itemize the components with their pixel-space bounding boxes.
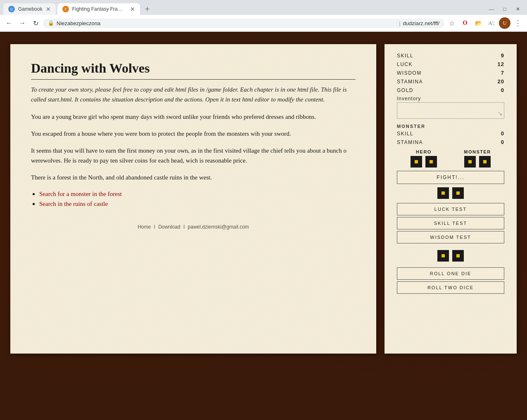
roll-one-die-button[interactable]: ROLL ONE DIE (397, 267, 504, 280)
action-castle[interactable]: Search in the ruins of castle (39, 201, 108, 207)
list-item: Search for a monster in the forest (39, 190, 356, 198)
action-forest[interactable]: Search for a monster in the forest (39, 191, 122, 197)
stat-row-luck: LUCK 12 (397, 61, 504, 67)
hero-die-2 (425, 156, 437, 168)
die-dot (483, 160, 487, 163)
footer-download[interactable]: Download (158, 224, 180, 230)
toolbar-icons: ☆ O 📂 A'; U ⋮ (446, 17, 524, 29)
wisdom-test-button[interactable]: WISDOM TEST (397, 231, 504, 243)
footer-email[interactable]: pawel.dziemski@gmail.com (188, 224, 249, 230)
monster-dice (464, 156, 491, 168)
tab-favicon-ff: F (62, 6, 69, 12)
skill-value: 9 (501, 52, 504, 59)
die-dot (442, 191, 445, 195)
footer-home[interactable]: Home (138, 224, 151, 230)
skill-test-button[interactable]: SKILL TEST (397, 217, 504, 229)
story-paragraph-2: You escaped from a house where you were … (31, 129, 356, 139)
die-dot (415, 160, 418, 163)
tab-fighting-fantasy[interactable]: F Fighting Fantasy Framework dow ✕ (57, 3, 140, 15)
monster-label: MONSTER (464, 149, 491, 154)
menu-button[interactable]: ⋮ (512, 17, 524, 29)
luck-label: LUCK (397, 61, 413, 67)
story-paragraph-1: You are a young brave girl who spent man… (31, 112, 356, 122)
stat-row-monster-skill: SKILL 0 (397, 130, 504, 137)
monster-skill-value: 0 (501, 130, 504, 137)
window-controls: — □ ✕ (486, 3, 524, 15)
die-dot (430, 160, 433, 163)
test-die-1 (437, 187, 449, 199)
opera-icon[interactable]: O (459, 17, 471, 29)
stat-row-gold: GOLD 0 (397, 87, 504, 93)
roll-dice-row (397, 250, 504, 262)
story-title: Dancing with Wolves (31, 61, 356, 80)
tab-favicon-gamebook: G (8, 6, 15, 12)
test-section: LUCK TEST SKILL TEST WISDOM TEST (397, 203, 504, 243)
url-separator: | (399, 20, 400, 26)
reload-button[interactable]: ↻ (30, 17, 41, 29)
new-tab-button[interactable]: + (142, 3, 153, 15)
monster-stamina-label: STAMINA (397, 139, 423, 145)
browser-chrome: G Gamebook ✕ F Fighting Fantasy Framewor… (0, 0, 527, 32)
maximize-button[interactable]: □ (499, 3, 510, 15)
wisdom-label: WISDOM (397, 70, 422, 76)
stat-row-wisdom: WISDOM 7 (397, 70, 504, 76)
translate-icon[interactable]: A'; (486, 17, 497, 29)
stamina-label: STAMINA (397, 79, 423, 85)
story-intro: To create your own story, please feel fr… (31, 85, 356, 104)
roll-die-1 (437, 250, 449, 262)
tab-close-gamebook[interactable]: ✕ (46, 6, 51, 12)
fight-button[interactable]: FIGHT!... (397, 171, 504, 184)
die-dot (442, 254, 445, 257)
stats-panel: SKILL 9 LUCK 12 WISDOM 7 STAMINA 20 GOLD… (385, 44, 517, 354)
tab-gamebook[interactable]: G Gamebook ✕ (3, 3, 56, 15)
stat-row-skill: SKILL 9 (397, 52, 504, 59)
back-button[interactable]: ← (3, 17, 15, 29)
main-area: Dancing with Wolves To create your own s… (0, 32, 527, 415)
url-protocol: Niezabezpieczona (57, 20, 396, 26)
dropbox-icon[interactable]: 📂 (472, 17, 484, 29)
story-actions: Search for a monster in the forest Searc… (31, 190, 356, 208)
minimize-button[interactable]: — (486, 3, 497, 15)
user-avatar[interactable]: U (499, 17, 510, 29)
hero-monster-row: HERO MONSTER (397, 149, 504, 168)
browser-toolbar: ← → ↻ 🔒 Niezabezpieczona | dudziarz.net/… (0, 15, 527, 32)
browser-titlebar: G Gamebook ✕ F Fighting Fantasy Framewor… (0, 0, 527, 15)
lock-icon: 🔒 (48, 20, 54, 26)
address-bar[interactable]: 🔒 Niezabezpieczona | dudziarz.net/fff/ (43, 19, 444, 28)
stat-row-stamina: STAMINA 20 (397, 78, 504, 85)
gold-value: 0 (501, 87, 504, 93)
monster-section-label: MONSTER (397, 124, 504, 129)
skill-label: SKILL (397, 53, 413, 59)
stamina-value: 20 (498, 78, 504, 85)
close-button[interactable]: ✕ (512, 3, 524, 15)
monster-stamina-value: 0 (501, 139, 504, 145)
roll-two-dice-button[interactable]: ROLL TWO DICE (397, 281, 504, 294)
bookmark-button[interactable]: ☆ (446, 17, 458, 29)
luck-value: 12 (498, 61, 504, 67)
hero-dice-group: HERO (397, 149, 451, 168)
monster-dice-group: MONSTER (451, 149, 504, 168)
hero-label: HERO (416, 149, 432, 154)
forward-button[interactable]: → (17, 17, 28, 29)
test-dice-row (397, 187, 504, 199)
svg-text:F: F (65, 8, 66, 11)
svg-text:G: G (10, 7, 13, 11)
tab-title-gamebook: Gamebook (18, 6, 43, 12)
roll-section: ROLL ONE DIE ROLL TWO DICE (397, 267, 504, 294)
hero-dice (411, 156, 437, 168)
url-text: dudziarz.net/fff/ (403, 20, 439, 26)
resize-handle-icon: ↘ (498, 110, 503, 117)
stat-row-monster-stamina: STAMINA 0 (397, 139, 504, 145)
story-paragraph-4: There is a forest in the North, and old … (31, 172, 356, 183)
luck-test-button[interactable]: LUCK TEST (397, 203, 504, 215)
story-panel: Dancing with Wolves To create your own s… (10, 44, 376, 354)
monster-die-2 (479, 156, 491, 168)
list-item: Search in the ruins of castle (39, 200, 356, 208)
tab-close-ff[interactable]: ✕ (130, 6, 135, 12)
monster-skill-label: SKILL (397, 131, 413, 137)
gold-label: GOLD (397, 87, 413, 93)
footer-sep-1: I (154, 224, 157, 230)
roll-die-2 (452, 250, 464, 262)
story-paragraph-3: It seems that you will have to earn the … (31, 146, 356, 166)
monster-die-1 (464, 156, 476, 168)
